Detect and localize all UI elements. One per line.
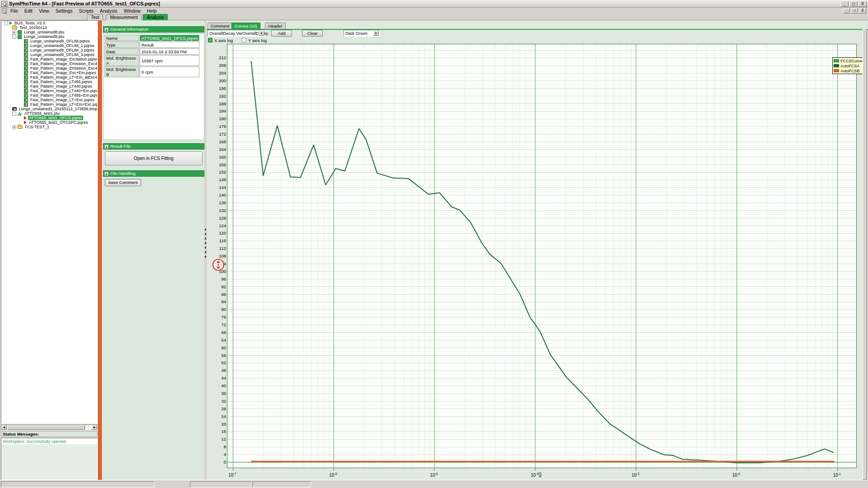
collapse-icon[interactable]: - bbox=[12, 35, 16, 39]
curve-selector-dropdown[interactable]: OverallDecay.VarOverallDecay ▼ bbox=[208, 30, 265, 37]
tree-item-label: Lunge_unstained9_OFLIM_2.pqres bbox=[29, 48, 95, 52]
close-button[interactable]: X bbox=[859, 1, 867, 7]
tab-curves-10-[interactable]: Curves (10) bbox=[231, 23, 260, 29]
tab-measurement[interactable]: Measurement bbox=[106, 14, 142, 20]
tree-item[interactable]: ATTO655_test1_OFCS.pqres bbox=[1, 116, 97, 120]
mdi-restore-button[interactable]: ❐ bbox=[851, 8, 858, 14]
menu-analysis[interactable]: Analysis bbox=[97, 8, 121, 14]
tree-item[interactable]: Fast_Pattern_Image_LT+Em_atExc485.pqres bbox=[1, 75, 97, 80]
tree-item[interactable]: -Lunge_unstained9.ptu bbox=[1, 34, 97, 39]
x-tick-label: 10-4 bbox=[531, 471, 538, 478]
menu-settings[interactable]: Settings bbox=[52, 8, 76, 14]
general-information-body: NameATTO655_test1_OFCS.pqresTypeResultDa… bbox=[103, 33, 204, 140]
tree-item[interactable]: Fast_Pattern_Image_LT485.pqres bbox=[1, 80, 97, 84]
expand-icon[interactable]: + bbox=[12, 30, 16, 34]
tree-item[interactable]: Lunge_unstained1_20150112_173656.bmp bbox=[1, 107, 97, 111]
pqres-icon bbox=[24, 84, 28, 89]
tree-item[interactable]: Lunge_unstained9_OFLIM_1.pqres bbox=[1, 43, 97, 48]
tree-item[interactable]: Lunge_unstained9_OFLIM_3.pqres bbox=[1, 52, 97, 57]
menu-scripts[interactable]: Scripts bbox=[76, 8, 97, 14]
tree-item[interactable]: Fast_Pattern_Image_Excitation.pqres bbox=[1, 57, 97, 61]
color-selector-dropdown[interactable]: Dark Green ▼ bbox=[344, 30, 380, 37]
splitter-arrow-icon[interactable] bbox=[204, 228, 206, 231]
collapse-arrow-icon[interactable]: ▲ bbox=[104, 28, 108, 32]
file-handling-header[interactable]: ▲ File Handling bbox=[103, 170, 204, 177]
tree-item[interactable]: Fast_Pattern_Image_Emission_Exc440.pqres bbox=[1, 61, 97, 66]
chevron-down-icon[interactable]: ▼ bbox=[373, 31, 379, 36]
tree-item[interactable]: Fast_Pattern_Image_Exc+Em.pqres bbox=[1, 70, 97, 75]
maximize-button[interactable]: □ bbox=[849, 1, 858, 7]
tree-item[interactable]: Fast_Pattern_Image_LT+Exc.pqres bbox=[1, 98, 97, 102]
scroll-right-arrow-icon[interactable]: ► bbox=[92, 425, 97, 430]
right-scrollbar-strip[interactable] bbox=[863, 29, 867, 480]
splitter-arrow-icon[interactable] bbox=[204, 255, 206, 258]
legend-label: AutoFCSA bbox=[840, 64, 860, 68]
open-in-fcs-fitting-button[interactable]: Open in FCS Fitting bbox=[105, 151, 203, 165]
tab-header[interactable]: Header bbox=[265, 23, 285, 29]
y-tick-label: 44 bbox=[208, 376, 226, 380]
y-tick-label: 212 bbox=[208, 56, 226, 60]
tab-analysis[interactable]: Analysis bbox=[143, 14, 168, 20]
tree-item[interactable]: ATTO655_test1_OTCSPC.pqres bbox=[1, 120, 97, 125]
tree-horizontal-scrollbar[interactable]: ◄ ► bbox=[1, 424, 98, 430]
chevron-down-icon[interactable]: ▼ bbox=[259, 31, 264, 36]
tree-item[interactable]: -ATTO655_test1.ptu bbox=[1, 111, 97, 116]
tree-item-label: Fast_Pattern_Image_LT440.pqres bbox=[29, 84, 93, 89]
splitter-arrow-icon[interactable] bbox=[204, 242, 206, 244]
tab-test[interactable]: Test bbox=[87, 14, 103, 20]
tree-item[interactable]: Test_20150112 bbox=[1, 25, 97, 30]
tree-item[interactable]: +FCS-TEST_1 bbox=[1, 125, 97, 129]
result-file-header[interactable]: ▲ Result File bbox=[103, 143, 204, 150]
tree-item[interactable]: Lunge_unstained9_OFLIM.pqres bbox=[1, 39, 97, 43]
splitter-arrow-icon[interactable] bbox=[204, 233, 206, 235]
general-information-header[interactable]: ▲ General Information bbox=[103, 26, 204, 33]
menu-window[interactable]: Window bbox=[121, 8, 144, 14]
minimize-button[interactable]: _ bbox=[840, 1, 849, 7]
menu-edit[interactable]: Edit bbox=[21, 8, 36, 14]
x-tick-label: 10-6 bbox=[329, 471, 337, 478]
y-tick-label: 60 bbox=[208, 346, 226, 350]
tree-splitter[interactable] bbox=[98, 20, 102, 480]
mdi-minimize-button[interactable]: _ bbox=[843, 8, 850, 14]
tree-item[interactable]: Fast_Pattern_Image_LT485+Em.pqres bbox=[1, 93, 97, 98]
tree-item[interactable]: +Lunge_unstained8.ptu bbox=[1, 30, 97, 34]
info-value: 10397 cpm bbox=[140, 55, 199, 66]
y-tick-label: 180 bbox=[208, 117, 226, 121]
save-comment-button[interactable]: Save Comment bbox=[105, 179, 141, 186]
fcs-curve-plot[interactable] bbox=[227, 44, 857, 472]
y-tick-label: 112 bbox=[208, 246, 226, 251]
tab-comment[interactable]: Comment bbox=[208, 23, 232, 29]
tree-item-label: Fast_Pattern_Image_LT485.pqres bbox=[29, 80, 93, 84]
y-axis-log-label: Y axis log bbox=[248, 38, 267, 43]
tree-item[interactable]: Fast_Pattern_Image_Emission_Exc485.pqres bbox=[1, 66, 97, 70]
menu-view[interactable]: View bbox=[36, 8, 52, 14]
tree-item[interactable]: Fast_Pattern_Image_LT440.pqres bbox=[1, 84, 97, 89]
scrollbar-thumb[interactable] bbox=[7, 425, 85, 430]
info-value: ATTO655_test1_OFCS.pqres bbox=[140, 35, 199, 41]
menu-help[interactable]: Help bbox=[144, 8, 160, 14]
tree-item[interactable]: -BUS_Tests_V2.0 bbox=[1, 21, 97, 25]
collapse-arrow-icon[interactable]: ▲ bbox=[104, 145, 108, 149]
clear-button[interactable]: Clear bbox=[302, 30, 323, 37]
table-row: TypeResult bbox=[104, 42, 199, 48]
tree-item[interactable]: Fast_Pattern_Image_LT440+Em.pqres bbox=[1, 89, 97, 93]
splitter-arrow-icon[interactable] bbox=[204, 237, 206, 240]
mdi-close-button[interactable]: X bbox=[859, 8, 866, 14]
y-axis-log-checkbox[interactable] bbox=[242, 38, 246, 42]
info-label: Type bbox=[104, 42, 139, 48]
ptu-square-icon bbox=[18, 30, 22, 34]
result-file-title: Result File bbox=[110, 144, 131, 149]
collapse-icon[interactable]: - bbox=[4, 21, 8, 25]
collapse-icon[interactable]: - bbox=[12, 112, 16, 116]
x-axis-log-checkbox[interactable]: ✓ bbox=[208, 38, 212, 42]
expand-icon[interactable]: + bbox=[12, 125, 16, 129]
menu-file[interactable]: File bbox=[7, 8, 21, 14]
y-tick-label: 172 bbox=[208, 132, 226, 136]
tree-item[interactable]: Fast_Pattern_Image_LT+Em+Exc.pqres bbox=[1, 102, 97, 107]
splitter-arrow-icon[interactable] bbox=[204, 246, 206, 249]
scroll-left-arrow-icon[interactable]: ◄ bbox=[1, 425, 7, 430]
splitter-arrow-icon[interactable] bbox=[204, 251, 206, 253]
collapse-arrow-icon[interactable]: ▲ bbox=[104, 172, 108, 176]
add-button[interactable]: Add bbox=[271, 30, 292, 37]
tree-item[interactable]: Lunge_unstained9_OFLIM_2.pqres bbox=[1, 48, 97, 52]
